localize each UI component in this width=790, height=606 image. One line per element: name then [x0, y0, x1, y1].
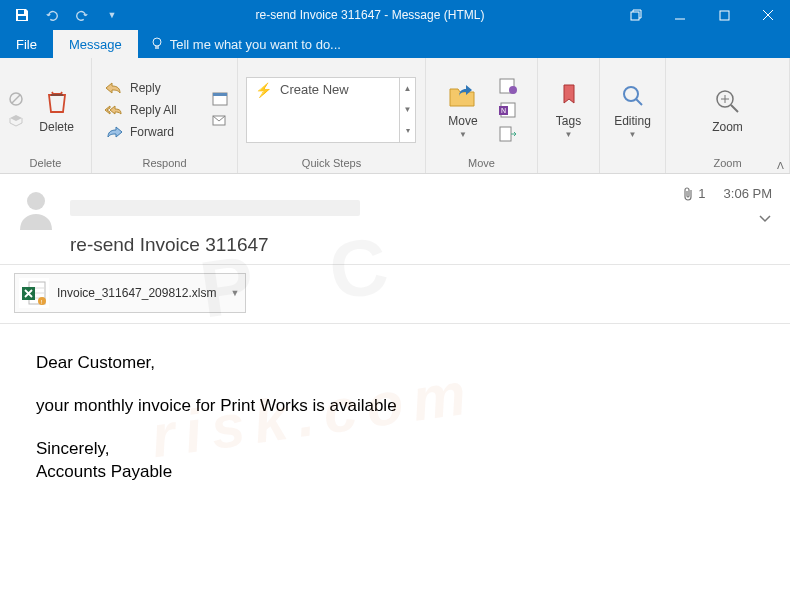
reply-button[interactable]: Reply	[100, 77, 205, 99]
editing-button[interactable]: Editing ▼	[608, 78, 657, 141]
svg-point-13	[509, 86, 517, 94]
svg-rect-10	[213, 93, 227, 96]
svg-point-18	[624, 87, 638, 101]
avatar	[14, 186, 58, 230]
meeting-icon[interactable]	[211, 89, 229, 107]
svg-rect-2	[631, 12, 639, 20]
group-label-move: Move	[434, 157, 529, 171]
tell-me-search[interactable]: Tell me what you want to do...	[138, 30, 341, 58]
svg-line-19	[636, 99, 642, 105]
group-respond: Reply Reply All Forward Respond	[92, 58, 238, 173]
svg-rect-4	[720, 11, 729, 20]
more-respond-icon[interactable]	[211, 113, 229, 131]
gallery-up[interactable]: ▲	[400, 78, 415, 99]
window-controls	[614, 0, 790, 30]
message-header: re-send Invoice 311647 1 3:06 PM	[0, 174, 790, 265]
gallery-more[interactable]: ▾	[400, 120, 415, 141]
group-label-respond: Respond	[100, 157, 229, 171]
group-zoom: Zoom Zoom	[666, 58, 790, 173]
svg-point-24	[27, 192, 45, 210]
attachment-item[interactable]: ! Invoice_311647_209812.xlsm ▼	[14, 273, 246, 313]
expand-header-icon[interactable]	[758, 214, 772, 224]
zoom-button[interactable]: Zoom	[699, 84, 757, 136]
excel-icon: !	[19, 278, 49, 308]
group-label-quicksteps: Quick Steps	[246, 157, 417, 171]
delete-button[interactable]: Delete	[30, 84, 83, 136]
reply-all-button[interactable]: Reply All	[100, 99, 205, 121]
svg-rect-6	[155, 46, 159, 49]
minimize-button[interactable]	[658, 0, 702, 30]
junk-icon[interactable]	[8, 113, 24, 129]
quick-steps-gallery[interactable]: ⚡ Create New ▲ ▼ ▾	[246, 77, 416, 143]
group-move: Move ▼ N Move	[426, 58, 538, 173]
body-line: your monthly invoice for Print Works is …	[36, 395, 754, 418]
message-subject: re-send Invoice 311647	[70, 234, 772, 256]
maximize-button[interactable]	[702, 0, 746, 30]
quick-step-create-new[interactable]: ⚡ Create New	[247, 78, 415, 102]
collapse-ribbon-icon[interactable]: ᐱ	[777, 160, 784, 171]
onenote-icon[interactable]: N	[498, 101, 518, 119]
ribbon-tabs: File Message Tell me what you want to do…	[0, 30, 790, 58]
body-closing: Sincerely,	[36, 438, 754, 461]
svg-line-8	[12, 95, 20, 103]
svg-rect-0	[18, 10, 24, 14]
lightning-icon: ⚡	[255, 82, 272, 98]
body-signature: Accounts Payable	[36, 461, 754, 484]
paperclip-icon	[682, 187, 694, 201]
tell-me-placeholder: Tell me what you want to do...	[170, 37, 341, 52]
gallery-down[interactable]: ▼	[400, 99, 415, 120]
undo-button[interactable]	[38, 1, 66, 29]
group-label-delete: Delete	[8, 157, 83, 171]
attachment-indicator: 1	[682, 186, 705, 201]
forward-icon	[104, 124, 124, 140]
svg-text:N: N	[501, 107, 506, 114]
reply-icon	[104, 80, 124, 96]
actions-icon[interactable]	[498, 125, 518, 143]
attachment-bar: ! Invoice_311647_209812.xlsm ▼	[0, 265, 790, 324]
svg-rect-17	[500, 127, 511, 141]
close-button[interactable]	[746, 0, 790, 30]
reply-all-icon	[104, 102, 124, 118]
group-delete: Delete Delete	[0, 58, 92, 173]
ignore-icon[interactable]	[8, 91, 24, 107]
tab-message[interactable]: Message	[53, 30, 138, 58]
svg-rect-1	[18, 16, 26, 20]
ribbon: Delete Delete Reply Reply All Forward	[0, 58, 790, 174]
message-body: Dear Customer, your monthly invoice for …	[0, 324, 790, 512]
lightbulb-icon	[150, 37, 164, 51]
tags-button[interactable]: Tags ▼	[546, 78, 591, 141]
svg-point-5	[153, 38, 161, 46]
restore-up-icon[interactable]	[614, 0, 658, 30]
group-editing: Editing ▼	[600, 58, 666, 173]
attachment-dropdown-icon[interactable]: ▼	[224, 288, 239, 298]
tab-file[interactable]: File	[0, 30, 53, 58]
group-quick-steps: ⚡ Create New ▲ ▼ ▾ Quick Steps	[238, 58, 426, 173]
attachment-filename: Invoice_311647_209812.xlsm	[57, 286, 216, 300]
message-time: 3:06 PM	[724, 186, 772, 201]
body-greeting: Dear Customer,	[36, 352, 754, 375]
redo-button[interactable]	[68, 1, 96, 29]
from-address	[70, 200, 360, 216]
quick-access-toolbar: ▼	[0, 1, 126, 29]
qat-dropdown[interactable]: ▼	[98, 1, 126, 29]
group-label-zoom: Zoom	[674, 157, 781, 171]
window-title: re-send Invoice 311647 - Message (HTML)	[126, 8, 614, 22]
group-tags: Tags ▼	[538, 58, 600, 173]
svg-line-21	[731, 105, 738, 112]
title-bar: ▼ re-send Invoice 311647 - Message (HTML…	[0, 0, 790, 30]
save-button[interactable]	[8, 1, 36, 29]
move-button[interactable]: Move ▼	[434, 78, 492, 141]
forward-button[interactable]: Forward	[100, 121, 205, 143]
rules-icon[interactable]	[498, 77, 518, 95]
